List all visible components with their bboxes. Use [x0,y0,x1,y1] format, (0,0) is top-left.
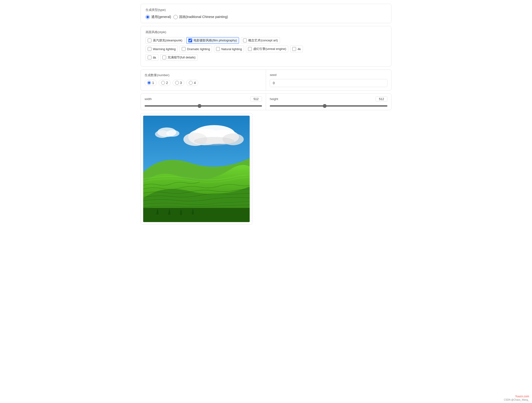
number-1-radio[interactable] [147,81,151,85]
style-film-checkbox[interactable] [188,38,192,42]
style-8k-label: 8k [153,56,156,59]
number-2-radio[interactable] [161,81,165,85]
width-value: 512 [250,97,262,101]
style-section: 画面风格(style) 蒸汽朋克(steampunk) 电影摄影风格(film … [140,26,392,67]
style-film-label: 电影摄影风格(film photography) [194,38,237,43]
style-concept-item[interactable]: 概念艺术(concept art) [241,37,280,44]
style-unreal-label: 虚幻引擎(unreal engine) [253,47,286,51]
style-8k-checkbox[interactable] [148,56,152,59]
number-4-label: 4 [194,81,196,85]
style-natural-item[interactable]: Natural lighting [214,46,244,52]
type-traditional-item[interactable]: 国画(traditional Chinese painting) [173,15,228,19]
style-warming-checkbox[interactable] [148,47,152,51]
type-general-radio[interactable] [146,15,150,19]
seed-section: seed [266,70,391,90]
number-1-label: 1 [152,81,154,85]
style-warming-item[interactable]: Warming lighting [146,46,178,52]
style-fulldetails-label: 充满细节(full details) [168,55,196,60]
style-fulldetails-item[interactable]: 充满细节(full details) [160,54,198,61]
width-header: width 512 [145,97,262,101]
generated-image [143,116,250,222]
type-traditional-radio[interactable] [173,15,178,19]
style-concept-label: 概念艺术(concept art) [248,38,278,43]
width-slider[interactable] [145,105,262,106]
style-natural-label: Natural lighting [221,47,242,51]
footer-credit: CSDN @Chaos_Wang_ [504,398,529,401]
height-label: height [270,97,278,101]
number-2-label: 2 [166,81,168,85]
number-label: 生成数量(number) [145,73,262,77]
style-natural-checkbox[interactable] [216,47,220,51]
number-3-radio[interactable] [175,81,179,85]
number-4-radio[interactable] [189,81,193,85]
style-steampunk-checkbox[interactable] [148,38,152,42]
number-radio-group: 1 2 3 4 [145,80,262,86]
type-general-item[interactable]: 通用(general) [146,15,171,19]
width-section: width 512 [141,94,266,110]
type-general-label: 通用(general) [151,15,171,19]
style-dramatic-label: Dramatic lighting [187,47,210,51]
style-steampunk-label: 蒸汽朋克(steampunk) [153,38,182,43]
height-slider[interactable] [270,105,387,106]
seed-input[interactable] [270,79,387,87]
number-2-item[interactable]: 2 [158,80,171,86]
style-8k-item[interactable]: 8k [146,54,158,61]
dimension-section: width 512 height 512 [140,93,392,110]
svg-point-6 [194,137,234,145]
style-unreal-checkbox[interactable] [248,47,252,51]
type-radio-group: 通用(general) 国画(traditional Chinese paint… [146,15,386,19]
seed-label: seed [270,73,387,77]
height-value: 512 [376,97,387,101]
footer-site: Yuucn.com [515,395,529,398]
svg-rect-10 [143,208,250,222]
style-4k-label: 4k [298,47,301,51]
number-3-item[interactable]: 3 [172,80,185,86]
footer: Yuucn.com CSDN @Chaos_Wang_ [504,395,529,401]
style-dramatic-item[interactable]: Dramatic lighting [180,46,212,52]
svg-point-9 [166,130,179,137]
number-section: 生成数量(number) 1 2 3 [141,70,266,90]
style-row2: Warming lighting Dramatic lighting Natur… [146,46,386,52]
height-header: height 512 [270,97,387,101]
number-1-item[interactable]: 1 [145,80,157,86]
style-film-item[interactable]: 电影摄影风格(film photography) [186,37,239,44]
landscape-svg [143,116,250,222]
style-row1: 蒸汽朋克(steampunk) 电影摄影风格(film photography)… [146,37,386,44]
number-seed-section: 生成数量(number) 1 2 3 [140,69,392,91]
height-section: height 512 [266,94,391,110]
style-concept-checkbox[interactable] [243,38,247,42]
number-3-label: 3 [180,81,182,85]
style-dramatic-checkbox[interactable] [182,47,185,51]
style-unreal-item[interactable]: 虚幻引擎(unreal engine) [246,46,288,52]
number-4-item[interactable]: 4 [186,80,198,86]
type-label: 生成类型(type) [146,8,386,12]
style-fulldetails-checkbox[interactable] [162,56,166,59]
type-section: 生成类型(type) 通用(general) 国画(traditional Ch… [140,4,392,23]
style-label: 画面风格(style) [146,30,386,34]
style-warming-label: Warming lighting [153,47,176,51]
style-steampunk-item[interactable]: 蒸汽朋克(steampunk) [146,37,184,44]
image-section [140,113,252,225]
type-traditional-label: 国画(traditional Chinese painting) [179,15,228,19]
style-4k-item[interactable]: 4k [290,46,303,52]
width-label: width [145,97,152,101]
style-row3: 8k 充满细节(full details) [146,54,386,61]
style-4k-checkbox[interactable] [292,47,296,51]
